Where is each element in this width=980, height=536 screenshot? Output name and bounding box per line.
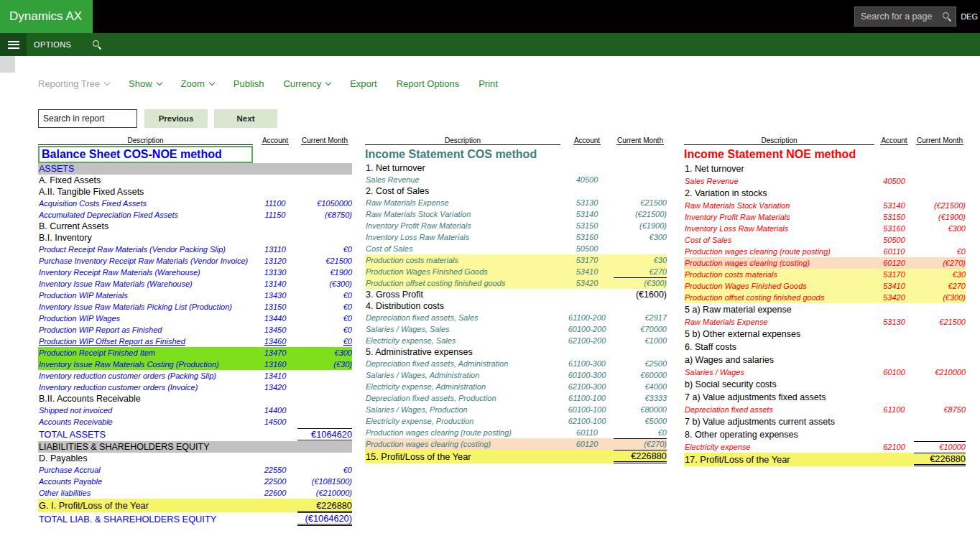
report-title-row[interactable]: Income Statement COS method xyxy=(365,146,667,162)
toolbar-item-reporting-tree[interactable]: Reporting Tree xyxy=(38,78,109,89)
report-row[interactable]: Production WIP Wages13440€0 xyxy=(38,313,352,324)
toolbar-item-report-options[interactable]: Report Options xyxy=(397,78,459,89)
report-row[interactable]: Inventory reduction customer orders (Inv… xyxy=(38,382,352,393)
report-row[interactable]: 17. Profit/Loss of the Year€226880 xyxy=(684,453,966,466)
report-row[interactable]: Production costs materials53170€30 xyxy=(684,269,966,280)
report-row[interactable]: Inventory Receipt Raw Materials (Warehou… xyxy=(38,267,352,278)
ribbon-search-icon[interactable] xyxy=(93,40,101,49)
toolbar-item-print[interactable]: Print xyxy=(479,78,498,89)
report-row[interactable]: Salaries / Wages, Sales60100-200€70000 xyxy=(365,323,667,335)
report-row[interactable]: Product Receipt Raw Materials (Vendor Pa… xyxy=(38,244,352,255)
report-row[interactable]: Raw Materials Stock Variation53140(€2150… xyxy=(684,200,966,211)
report-row[interactable]: 7 b) Value adjustments current assets xyxy=(684,415,966,428)
page-search-box[interactable] xyxy=(854,6,956,27)
report-row[interactable]: Electricity expense, Sales62100-200€1000 xyxy=(365,335,667,346)
report-row[interactable]: 8. Other operating expenses xyxy=(684,428,966,441)
report-row[interactable]: Inventory reduction customer orders (Pac… xyxy=(38,370,352,382)
app-logo[interactable]: Dynamics AX xyxy=(0,0,93,33)
previous-button[interactable]: Previous xyxy=(144,109,208,128)
report-row[interactable]: Production costs materials53170€30 xyxy=(365,254,667,266)
report-row[interactable]: Accounts Receivable14500 xyxy=(38,416,352,428)
report-row[interactable]: Depreciation fixed assets61100€8750 xyxy=(684,404,966,415)
report-row[interactable]: Salaries / Wages, Production60100-100€80… xyxy=(365,404,667,415)
company-badge[interactable]: DEG xyxy=(961,12,978,21)
report-title-row[interactable]: Balance Sheet COS-NOE method xyxy=(38,146,253,163)
report-row[interactable]: Shipped not invoiced14400 xyxy=(38,405,352,416)
report-row[interactable]: 1. Net turnover xyxy=(365,162,667,174)
report-row[interactable]: Cost of Sales50500 xyxy=(365,243,667,254)
menu-button[interactable] xyxy=(0,33,27,56)
report-row[interactable]: 5. Administrative expenses xyxy=(365,346,667,358)
search-icon[interactable] xyxy=(943,12,951,21)
report-row[interactable]: Production offset costing finished goods… xyxy=(684,292,966,303)
report-row[interactable]: 2. Cost of Sales xyxy=(365,185,667,197)
report-row[interactable]: 2. Variation in stocks xyxy=(684,187,966,200)
report-row[interactable]: Accumulated Depreciation Fixed Assets111… xyxy=(38,209,352,221)
report-row[interactable]: Production wages clearing (costing)60120… xyxy=(365,438,667,450)
report-row[interactable]: Inventory Loss Raw Materials53160€300 xyxy=(684,223,966,234)
report-row[interactable]: Cost of Sales50500 xyxy=(684,234,966,246)
report-row[interactable]: Purchase Inventory Receipt Raw Materials… xyxy=(38,255,352,267)
report-row[interactable]: A. Fixed Assets xyxy=(38,175,352,186)
report-row[interactable]: Inventory Profit Raw Materials53150(€190… xyxy=(365,220,667,231)
toolbar-item-export[interactable]: Export xyxy=(350,78,377,89)
report-row[interactable]: Raw Materials Expense53130€21500 xyxy=(365,197,667,208)
report-row[interactable]: Accounts Payable22500(€1081500) xyxy=(38,476,352,487)
options-menu[interactable]: OPTIONS xyxy=(34,40,71,49)
report-row[interactable]: Production WIP Offset Report as Finished… xyxy=(38,336,352,347)
report-row[interactable]: 5 b) Other external expenses xyxy=(684,328,966,341)
report-row[interactable]: 6. Staff costs xyxy=(684,341,966,354)
report-row[interactable]: Production wages clearing (route posting… xyxy=(365,427,667,438)
report-title-row[interactable]: Income Statement NOE method xyxy=(684,146,966,162)
report-row[interactable]: Production Wages Finished Goods53410€270 xyxy=(365,266,667,277)
report-row[interactable]: 5 a) Raw material expense xyxy=(684,303,966,316)
report-row[interactable]: ASSETS xyxy=(38,163,352,175)
report-row[interactable]: Purchase Accrual22550€0 xyxy=(38,464,352,476)
report-row[interactable]: A.II. Tangible Fixed Assets xyxy=(38,186,352,198)
report-row[interactable]: Electricity expense62100€10000 xyxy=(684,441,966,453)
report-row[interactable]: B. Current Assets xyxy=(38,221,352,232)
report-row[interactable]: Production WIP Materials13430€0 xyxy=(38,290,352,301)
report-row[interactable]: 7 a) Value adjustments fixed assets xyxy=(684,391,966,404)
report-row[interactable]: B.II. Accounts Receivable xyxy=(38,393,352,405)
report-row[interactable]: 3. Gross Profit(€1600) xyxy=(365,289,667,300)
report-row[interactable]: Production WIP Report as Finished13450€0 xyxy=(38,324,352,336)
report-row[interactable]: Inventory Issue Raw Materials Costing (P… xyxy=(38,359,352,370)
report-row[interactable]: Sales Revenue40500 xyxy=(365,174,667,185)
report-row[interactable]: Depreciation fixed assets, Sales61100-20… xyxy=(365,312,667,323)
toolbar-item-publish[interactable]: Publish xyxy=(234,78,264,89)
report-row[interactable]: Inventory Profit Raw Materials53150(€190… xyxy=(684,211,966,223)
report-row[interactable]: Production wages clearing (costing)60120… xyxy=(684,257,966,269)
report-row[interactable]: D. Payables xyxy=(38,453,352,464)
report-row[interactable]: Salaries / Wages, Administration60100-30… xyxy=(365,369,667,381)
report-row[interactable]: 15. Profit/Loss of the Year€226880 xyxy=(365,450,667,463)
toolbar-item-show[interactable]: Show xyxy=(129,78,162,89)
page-search-input[interactable] xyxy=(855,11,943,22)
report-search-input[interactable] xyxy=(38,109,137,128)
report-row[interactable]: Other liabilities22600(€210000) xyxy=(38,487,352,499)
report-row[interactable]: Production offset costing finished goods… xyxy=(365,277,667,289)
report-row[interactable]: Production wages clearing (route posting… xyxy=(684,246,966,257)
report-row[interactable]: a) Wages and salaries xyxy=(684,354,966,366)
report-row[interactable]: Production Wages Finished Goods53410€270 xyxy=(684,280,966,292)
report-row[interactable]: TOTAL ASSETS€1064620 xyxy=(38,428,352,441)
report-row[interactable]: Inventory Loss Raw Materials53160€300 xyxy=(365,231,667,243)
report-row[interactable]: b) Social security costs xyxy=(684,378,966,391)
report-row[interactable]: TOTAL LIAB. & SHAREHOLDERS EQUITY(€10646… xyxy=(38,512,352,526)
report-row[interactable]: B.I. Inventory xyxy=(38,232,352,244)
report-row[interactable]: Production Receipt Finished Item13470€30… xyxy=(38,347,352,359)
report-row[interactable]: Acquisition Costs Fixed Assets11100€1050… xyxy=(38,198,352,209)
report-row[interactable]: Raw Materials Expense53130€21500 xyxy=(684,316,966,328)
next-button[interactable]: Next xyxy=(214,109,277,128)
report-row[interactable]: G. I. Profit/Loss of the Year€226880 xyxy=(38,499,352,512)
toolbar-item-currency[interactable]: Currency xyxy=(283,78,330,89)
report-row[interactable]: Raw Materials Stock Variation53140(€2150… xyxy=(365,208,667,220)
toolbar-item-zoom[interactable]: Zoom xyxy=(181,78,214,89)
report-row[interactable]: 4. Distribution costs xyxy=(365,300,667,312)
report-row[interactable]: Electricity expense, Production62100-100… xyxy=(365,415,667,427)
report-row[interactable]: Depreciation fixed assets, Administratio… xyxy=(365,358,667,369)
report-row[interactable]: 1. Net turnover xyxy=(684,162,966,175)
report-row[interactable]: Inventory Issue Raw Materials Picking Li… xyxy=(38,301,352,313)
report-row[interactable]: LIABILITIES & SHAREHOLDERS EQUITY xyxy=(38,441,352,453)
report-row[interactable]: Depreciation fixed assets, Production611… xyxy=(365,392,667,404)
